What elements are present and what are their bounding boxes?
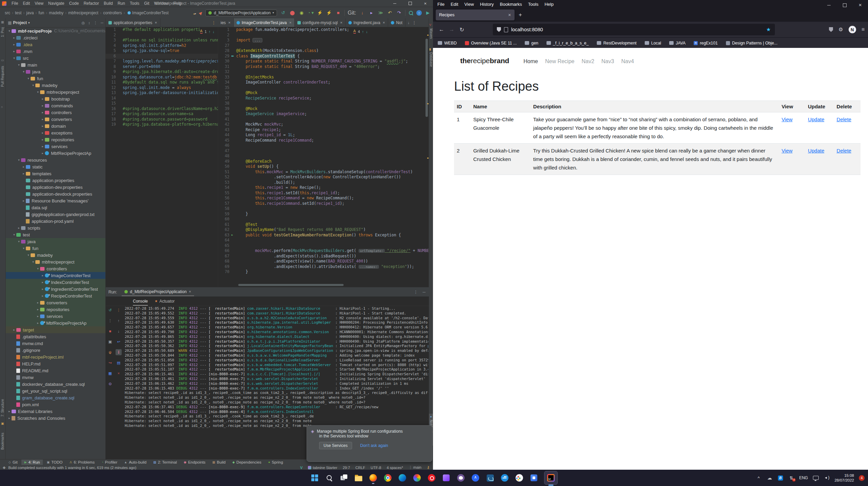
tab-configure-mysql.sql[interactable]: configure-mysql.sql✕ <box>295 18 346 27</box>
menu-view[interactable]: View <box>32 1 46 6</box>
tree-item-services[interactable]: ▸services <box>6 313 105 320</box>
firefox-icon[interactable] <box>369 473 378 482</box>
navigate-up-icon[interactable]: ↑ <box>416 10 422 16</box>
ideavim-icon[interactable]: V <box>300 466 302 470</box>
github-icon[interactable] <box>456 473 465 482</box>
edge-icon[interactable] <box>398 473 407 482</box>
tree-item-External Libraries[interactable]: ▸External Libraries <box>6 408 105 415</box>
delete-link[interactable]: Delete <box>837 148 851 154</box>
tree-item-HELP.md[interactable]: HELP.md <box>6 360 105 367</box>
bluetooth-icon[interactable]: B <box>777 475 783 481</box>
tree-item-mvnw[interactable]: mvnw <box>6 374 105 381</box>
tree-item-commands[interactable]: ▸commands <box>6 102 105 109</box>
onedrive-cloud-icon[interactable]: ☁ <box>766 475 772 481</box>
editor-scrollbar[interactable] <box>426 39 428 117</box>
tree-item-bootstrap[interactable]: ▸bootstrap <box>6 95 105 102</box>
tree-item-mvnw.cmd[interactable]: mvnw.cmd <box>6 340 105 347</box>
bookmark-star-icon[interactable]: ★ <box>766 26 771 33</box>
close-tab-icon[interactable]: ✕ <box>189 290 191 293</box>
tree-item-test[interactable]: ▾test <box>6 231 105 238</box>
attach-debugger-icon[interactable]: ⚡ <box>326 10 332 16</box>
tab-Not[interactable]: Not <box>388 18 405 27</box>
view-link[interactable]: View <box>782 116 793 122</box>
tree-item-.idea[interactable]: ▸.idea <box>6 41 105 48</box>
down-stacktrace-icon[interactable]: ↓ <box>116 328 122 334</box>
breadcrumb-fun[interactable]: fun <box>38 11 44 15</box>
minimize-panel-icon[interactable]: ─ <box>422 290 426 294</box>
rocket-icon[interactable]: ▶ <box>198 10 203 15</box>
tree-item-fun[interactable]: ▾fun <box>6 75 105 82</box>
tree-item-scripts[interactable]: ▸scripts <box>6 224 105 231</box>
attach-profiler-icon[interactable]: ⚡ <box>317 10 323 16</box>
tree-item-madeby[interactable]: ▾madeby <box>6 82 105 89</box>
exit-icon[interactable]: ↪ <box>107 360 113 366</box>
authy-icon[interactable] <box>427 473 436 482</box>
tree-item-templates[interactable]: ▸templates <box>6 170 105 177</box>
docker-icon[interactable] <box>500 473 509 482</box>
file-explorer-icon[interactable] <box>354 473 363 482</box>
tree-item-gram_database_create.sql[interactable]: gram_database_create.sql <box>6 394 105 401</box>
tab-ies[interactable]: ies✕ <box>218 18 234 27</box>
monitor-icon[interactable]: ▭ <box>1 58 4 62</box>
app-grid-icon[interactable] <box>515 473 524 482</box>
menu-history[interactable]: History <box>477 2 497 7</box>
maximize-icon[interactable] <box>402 0 418 7</box>
tree-item-mbf-recipeProject[interactable]: ▾mbf-recipeProjectC:\Users\Gra_m\Documen… <box>6 28 105 34</box>
bookmark-Design Patterns | Obje...[interactable]: Design Patterns | Obje... <box>726 41 778 46</box>
tree-item-domain[interactable]: ▸domain <box>6 123 105 129</box>
tree-item-application-devdock.properties[interactable]: application-devdock.properties <box>6 191 105 197</box>
github-circle-icon[interactable]: ○ <box>1 105 3 109</box>
indent-setting[interactable]: 4 spaces* <box>387 466 403 470</box>
menu-bookmarks[interactable]: Bookmarks <box>497 2 525 7</box>
toolwindow-label-project[interactable]: 1: Proj <box>1 27 4 37</box>
menu-file[interactable]: File <box>434 2 448 7</box>
blue-app-icon[interactable] <box>530 473 538 482</box>
color-wheel-icon[interactable] <box>413 473 421 482</box>
tree-item-application.properties[interactable]: application.properties <box>6 177 105 184</box>
tab-actuator[interactable]: ★Actuator <box>155 296 175 306</box>
history-icon[interactable]: ↶ <box>387 10 393 16</box>
pocket-shield-icon[interactable] <box>829 27 833 32</box>
tree-item-Scratches and Consoles[interactable]: ▸Scratches and Consoles <box>6 415 105 421</box>
update-project-icon[interactable]: ↓ <box>359 10 365 16</box>
toolwindow-button-Dependencies[interactable]: ◆Dependencies <box>229 460 264 465</box>
menu-file[interactable]: File <box>9 1 20 6</box>
clear-all-icon[interactable]: × <box>116 370 122 376</box>
tree-item-converters[interactable]: ▸converters <box>6 116 105 123</box>
toolwindow-button-Auto-build[interactable]: ▲Auto-build <box>121 460 150 465</box>
tree-item-repositories[interactable]: ▸repositories <box>6 306 105 313</box>
tree-item-services[interactable]: ▸services <box>6 143 105 150</box>
hide-panel-icon[interactable]: ─ <box>101 21 103 25</box>
tray-chevron-icon[interactable]: ^ <box>756 475 762 481</box>
run-with-coverage-icon[interactable]: ◉ <box>298 10 305 16</box>
tree-item-main[interactable]: ▾main <box>6 61 105 68</box>
minimize-icon[interactable] <box>387 0 402 7</box>
close-icon[interactable] <box>418 0 433 7</box>
code-with-me-icon[interactable]: ●● ▾ <box>193 10 196 16</box>
tracking-protection-shield-icon[interactable] <box>497 27 501 32</box>
menu-edit[interactable]: Edit <box>20 1 32 6</box>
tree-item-static[interactable]: ▸static <box>6 163 105 170</box>
rerun-icon[interactable]: ↺ <box>280 10 286 16</box>
update-link[interactable]: Update <box>808 116 824 122</box>
stop-icon[interactable]: ■ <box>107 328 113 334</box>
forward-icon[interactable]: → <box>447 24 457 35</box>
file-encoding[interactable]: UTF-8 <box>371 466 381 470</box>
tree-item-README.md[interactable]: README.md <box>6 367 105 374</box>
more-options-icon[interactable]: ⋮ <box>107 318 113 324</box>
menu-code[interactable]: Code <box>67 1 81 6</box>
delete-link[interactable]: Delete <box>837 116 851 122</box>
tab-console[interactable]: Console <box>133 296 148 306</box>
tree-item-java[interactable]: ▾java <box>6 68 105 75</box>
notification-count-badge[interactable]: 4 <box>859 475 865 481</box>
toolwindow-button-4: Run[interactable]: ▶4: Run <box>21 460 43 465</box>
tree-item-madeby[interactable]: ▾madeby <box>6 252 105 258</box>
nav-link-nav3[interactable]: Nav3 <box>602 58 614 65</box>
tree-item-target[interactable]: ▸target <box>6 326 105 333</box>
tree-item-ImageControllerTest[interactable]: ▸ImageControllerTest <box>6 272 105 279</box>
locate-icon[interactable]: ◎ <box>82 21 85 25</box>
language-indicator[interactable]: ENG <box>799 475 808 480</box>
tree-item-Resource Bundle 'messages'[interactable]: ▸Resource Bundle 'messages' <box>6 197 105 204</box>
network-icon[interactable] <box>813 475 819 481</box>
project-panel-title[interactable]: Project <box>13 20 27 25</box>
